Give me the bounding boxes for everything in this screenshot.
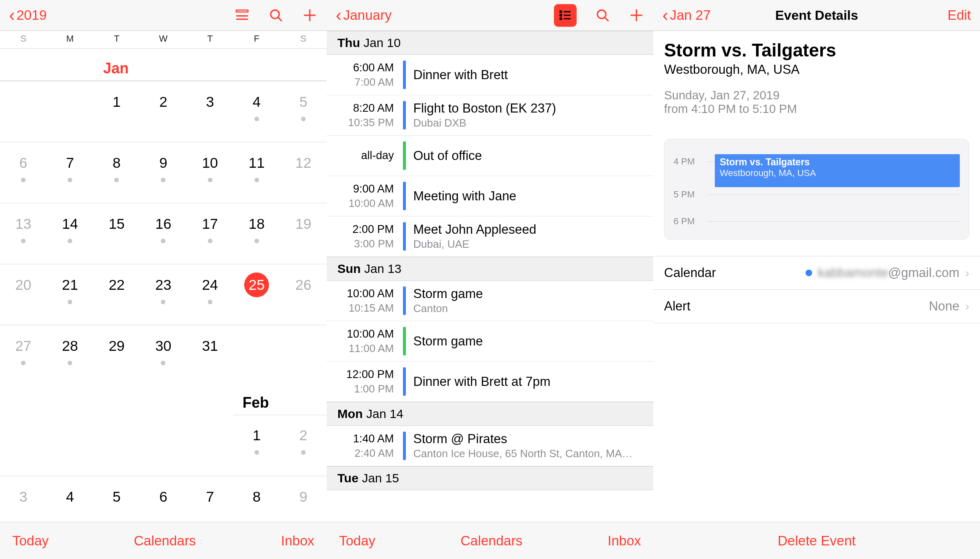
day-cell[interactable]: 5 xyxy=(280,81,327,142)
day-cell[interactable]: 20 xyxy=(0,264,47,325)
day-cell[interactable]: 1 xyxy=(233,415,280,476)
day-cell[interactable]: 5 xyxy=(93,476,140,513)
day-cell[interactable]: 25 xyxy=(233,264,280,325)
back-month-label: January xyxy=(343,7,391,23)
back-year-label: 2019 xyxy=(16,7,47,23)
event-row[interactable]: 9:00 AM10:00 AMMeeting with Jane xyxy=(327,176,653,216)
day-cell[interactable]: 29 xyxy=(93,325,140,386)
day-cell[interactable]: 8 xyxy=(233,476,280,513)
day-cell[interactable]: 27 xyxy=(0,325,47,386)
day-cell[interactable]: 12 xyxy=(280,142,327,203)
add-event-icon[interactable] xyxy=(302,7,318,23)
day-number: 12 xyxy=(291,150,316,175)
event-time-col: 12:00 PM1:00 PM xyxy=(327,368,403,395)
event-row[interactable]: 1:40 AM2:40 AMStorm @ PiratesCanton Ice … xyxy=(327,426,653,466)
time-preview-hour: 5 PM xyxy=(674,189,707,200)
day-cell[interactable]: 2 xyxy=(280,415,327,476)
back-to-year-button[interactable]: ‹ 2019 xyxy=(9,7,47,24)
day-cell[interactable]: 24 xyxy=(187,264,233,325)
event-content: Storm @ PiratesCanton Ice House, 65 Nort… xyxy=(406,432,653,460)
event-row[interactable]: 10:00 AM10:15 AMStorm gameCanton xyxy=(327,281,653,321)
day-cell[interactable]: 7 xyxy=(47,142,93,203)
day-cell[interactable]: 23 xyxy=(140,264,186,325)
day-cell[interactable]: 3 xyxy=(187,81,233,142)
svg-point-3 xyxy=(271,10,279,19)
day-cell[interactable]: 31 xyxy=(187,325,233,386)
event-row[interactable]: 8:20 AM10:35 PMFlight to Boston (EK 237)… xyxy=(327,95,653,136)
day-cell[interactable]: 15 xyxy=(93,203,140,264)
calendar-row[interactable]: Calendar kabbamonte@gmail.com › xyxy=(653,256,980,290)
event-location: Westborough, MA, USA xyxy=(664,62,969,77)
event-row[interactable]: 6:00 AM7:00 AMDinner with Brett xyxy=(327,55,653,95)
event-row[interactable]: 2:00 PM3:00 PMMeet John AppleseedDubai, … xyxy=(327,216,653,257)
day-cell[interactable]: 9 xyxy=(280,476,327,513)
edit-button[interactable]: Edit xyxy=(947,7,971,23)
day-cell[interactable]: 30 xyxy=(140,325,186,386)
event-row[interactable]: all-dayOut of office xyxy=(327,136,653,176)
day-cell[interactable]: 10 xyxy=(187,142,233,203)
list-view-toggle-icon[interactable] xyxy=(554,4,577,27)
alert-row[interactable]: Alert None › xyxy=(653,290,980,323)
day-number: 20 xyxy=(11,272,36,297)
svg-point-13 xyxy=(597,10,606,19)
event-row[interactable]: 10:00 AM11:00 AMStorm game xyxy=(327,321,653,362)
weekday-label: W xyxy=(140,33,186,44)
delete-event-button[interactable]: Delete Event xyxy=(778,533,856,549)
day-cell[interactable]: 8 xyxy=(93,142,140,203)
event-dot-icon xyxy=(208,300,212,304)
add-event-icon[interactable] xyxy=(629,7,644,23)
chevron-right-icon: › xyxy=(965,266,969,280)
day-number: 19 xyxy=(291,211,316,236)
weekday-label: S xyxy=(0,33,47,44)
day-cell[interactable]: 14 xyxy=(47,203,93,264)
back-to-month-button[interactable]: ‹ January xyxy=(336,7,391,24)
day-cell[interactable]: 19 xyxy=(280,203,327,264)
day-cell[interactable]: 13 xyxy=(0,203,47,264)
calendars-button[interactable]: Calendars xyxy=(134,533,196,549)
month-label-row: Feb xyxy=(0,386,327,415)
event-content: Dinner with Brett at 7pm xyxy=(406,374,653,389)
event-row[interactable]: 12:00 PM1:00 PMDinner with Brett at 7pm xyxy=(327,362,653,402)
inbox-button[interactable]: Inbox xyxy=(281,533,314,549)
today-button[interactable]: Today xyxy=(12,533,49,549)
time-preview-hour: 6 PM xyxy=(674,216,707,227)
event-list-scroll[interactable]: Thu Jan 106:00 AM7:00 AMDinner with Bret… xyxy=(327,31,653,522)
day-cell[interactable]: 7 xyxy=(187,476,233,513)
day-cell[interactable]: 4 xyxy=(233,81,280,142)
day-number: 23 xyxy=(151,272,176,297)
day-cell[interactable]: 18 xyxy=(233,203,280,264)
inbox-button[interactable]: Inbox xyxy=(608,533,641,549)
month-scroll-area[interactable]: Jan 123456789101112131415161718192021222… xyxy=(0,49,327,522)
day-cell[interactable]: 16 xyxy=(140,203,186,264)
day-cell[interactable]: 3 xyxy=(0,476,47,513)
day-cell[interactable]: 11 xyxy=(233,142,280,203)
day-cell xyxy=(93,415,140,476)
day-view-icon[interactable] xyxy=(234,7,250,23)
list-tabbar: Today Calendars Inbox xyxy=(327,522,653,559)
day-cell[interactable]: 6 xyxy=(0,142,47,203)
calendars-button[interactable]: Calendars xyxy=(460,533,522,549)
day-cell[interactable]: 6 xyxy=(140,476,186,513)
day-cell xyxy=(0,415,47,476)
day-cell xyxy=(47,415,93,476)
day-number: 14 xyxy=(58,211,82,236)
detail-settings-list: Calendar kabbamonte@gmail.com › Alert No… xyxy=(653,256,980,323)
day-cell[interactable]: 28 xyxy=(47,325,93,386)
day-cell xyxy=(0,81,47,142)
detail-scroll-area[interactable]: Storm vs. Tailgaters Westborough, MA, US… xyxy=(653,31,980,522)
back-to-day-button[interactable]: ‹ Jan 27 xyxy=(662,7,711,24)
day-number: 21 xyxy=(58,272,82,297)
day-cell[interactable]: 1 xyxy=(93,81,140,142)
today-button[interactable]: Today xyxy=(339,533,375,549)
day-cell[interactable]: 9 xyxy=(140,142,186,203)
day-cell[interactable]: 2 xyxy=(140,81,186,142)
day-cell[interactable]: 17 xyxy=(187,203,233,264)
search-icon[interactable] xyxy=(595,7,610,23)
day-cell[interactable]: 26 xyxy=(280,264,327,325)
event-dot-icon xyxy=(68,239,72,243)
search-icon[interactable] xyxy=(268,7,284,23)
day-cell[interactable]: 21 xyxy=(47,264,93,325)
day-number: 6 xyxy=(151,484,176,509)
day-cell[interactable]: 22 xyxy=(93,264,140,325)
day-cell[interactable]: 4 xyxy=(47,476,93,513)
